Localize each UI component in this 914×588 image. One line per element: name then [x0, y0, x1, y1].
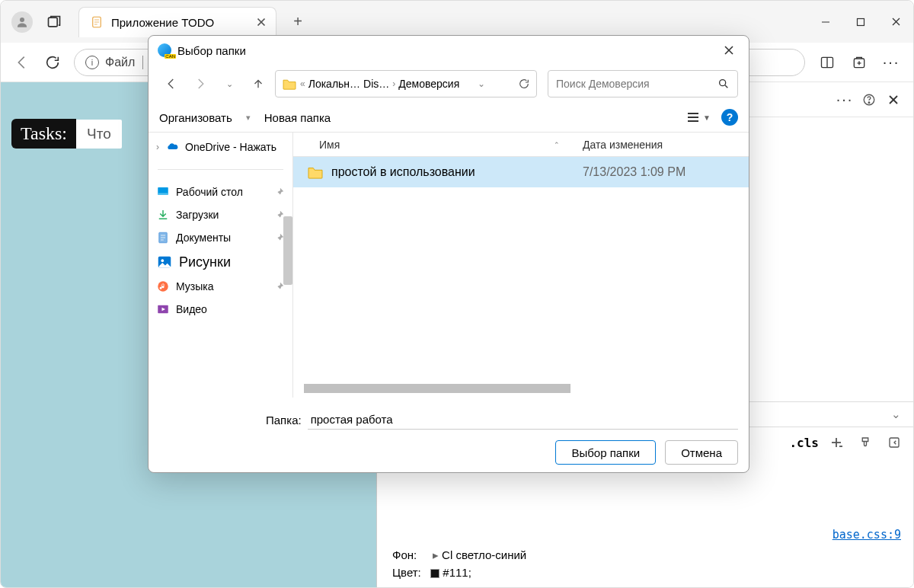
cls-toggle[interactable]: .cls — [789, 436, 819, 450]
svg-point-27 — [868, 102, 870, 104]
profile-avatar[interactable] — [11, 11, 33, 33]
more-menu-icon[interactable]: ··· — [875, 47, 907, 78]
svg-point-36 — [720, 80, 726, 86]
search-input[interactable]: Поиск Демоверсия — [548, 70, 738, 97]
folder-picker-dialog: Выбор папки ⌄ « Локальн… Dis… › Демоверс… — [148, 35, 749, 473]
svg-point-48 — [161, 259, 164, 262]
column-name[interactable]: Имя ⌃ — [293, 139, 575, 151]
view-options-icon[interactable]: ▼ — [686, 112, 711, 123]
folder-icon — [282, 78, 297, 90]
back-button[interactable] — [159, 72, 184, 96]
pin-icon — [274, 187, 285, 197]
svg-rect-42 — [158, 193, 168, 195]
videos-icon — [156, 302, 170, 316]
new-folder-button[interactable]: Новая папка — [264, 111, 331, 124]
workspaces-button[interactable] — [43, 11, 65, 33]
up-button[interactable] — [246, 72, 270, 96]
folder-icon — [307, 165, 324, 179]
cancel-button[interactable]: Отмена — [665, 440, 738, 465]
folder-field-label: Папка: — [266, 414, 302, 427]
css-source-link[interactable]: base.css:9 — [833, 528, 901, 542]
svg-rect-9 — [858, 18, 864, 25]
dialog-sidebar: › OneDrive - Нажать Рабочий стол Загрузк… — [149, 133, 293, 398]
sidebar-item-videos[interactable]: Видео — [149, 298, 292, 321]
forward-button[interactable] — [188, 72, 213, 96]
refresh-icon[interactable] — [518, 78, 530, 90]
help-icon[interactable]: ? — [721, 109, 738, 126]
breadcrumb[interactable]: « Локальн… Dis… › Демоверсия ⌄ — [275, 70, 537, 97]
organize-menu[interactable]: Организовать — [159, 111, 232, 124]
select-folder-button[interactable]: Выбор папки — [555, 440, 656, 465]
list-item[interactable]: простой в использовании 7/13/2023 1:09 P… — [293, 157, 749, 187]
brush-icon[interactable] — [854, 431, 877, 454]
new-tab-button[interactable]: + — [286, 10, 310, 34]
sidebar-item-desktop[interactable]: Рабочий стол — [149, 181, 292, 203]
svg-point-0 — [20, 18, 24, 22]
folder-name-input[interactable] — [308, 410, 738, 430]
document-icon — [90, 15, 104, 29]
column-date[interactable]: Дата изменения — [575, 139, 749, 151]
svg-rect-1 — [49, 18, 58, 27]
computed-icon[interactable] — [883, 431, 906, 454]
css-properties: Фон: ▸Cl светло-синий Цвет: #111; — [392, 547, 526, 581]
dialog-close-button[interactable] — [718, 40, 740, 61]
devtools-menu-icon[interactable]: ··· — [833, 88, 857, 112]
close-window-button[interactable] — [878, 7, 913, 37]
site-info-icon[interactable]: i — [85, 56, 99, 69]
chevron-down-icon: ⌄ — [891, 407, 901, 421]
close-tab-icon[interactable] — [254, 15, 268, 29]
sidebar-item-documents[interactable]: Документы — [149, 226, 292, 249]
url-prefix: Файл — [105, 56, 143, 69]
recent-dropdown[interactable]: ⌄ — [217, 72, 241, 96]
task-input[interactable]: Что — [76, 120, 122, 149]
svg-line-37 — [725, 85, 727, 88]
music-icon — [156, 280, 170, 293]
minimize-button[interactable] — [808, 7, 843, 37]
app-icon — [158, 43, 171, 57]
tab-title: Приложение TODO — [111, 16, 254, 29]
refresh-button[interactable] — [37, 47, 68, 78]
back-button[interactable] — [7, 47, 37, 78]
window-controls — [808, 7, 913, 37]
tasks-heading: Tasks: — [11, 119, 76, 149]
file-list: Имя ⌃ Дата изменения простой в использов… — [293, 133, 749, 398]
sort-caret-icon: ⌃ — [554, 141, 560, 149]
sidebar-item-music[interactable]: Музыка — [149, 275, 292, 298]
desktop-icon — [156, 185, 170, 199]
search-icon — [717, 78, 730, 90]
sidebar-scrollbar[interactable] — [283, 216, 292, 285]
sidebar-item-pictures[interactable]: Рисунки — [149, 249, 292, 275]
sidebar-item-downloads[interactable]: Загрузки — [149, 203, 292, 226]
pictures-icon — [156, 254, 173, 270]
download-icon — [156, 208, 170, 222]
onedrive-icon — [165, 140, 179, 154]
split-screen-icon[interactable] — [811, 47, 843, 78]
new-style-rule-icon[interactable] — [825, 431, 848, 454]
browser-tab[interactable]: Приложение TODO — [78, 7, 276, 37]
documents-icon — [156, 231, 170, 244]
devtools-close-icon[interactable] — [881, 88, 906, 112]
horizontal-scrollbar[interactable] — [304, 384, 570, 393]
maximize-button[interactable] — [843, 7, 878, 37]
dialog-title: Выбор папки — [177, 44, 246, 57]
collections-icon[interactable] — [843, 47, 875, 78]
help-icon[interactable] — [857, 88, 881, 112]
sidebar-item-onedrive[interactable]: › OneDrive - Нажать — [149, 136, 292, 158]
